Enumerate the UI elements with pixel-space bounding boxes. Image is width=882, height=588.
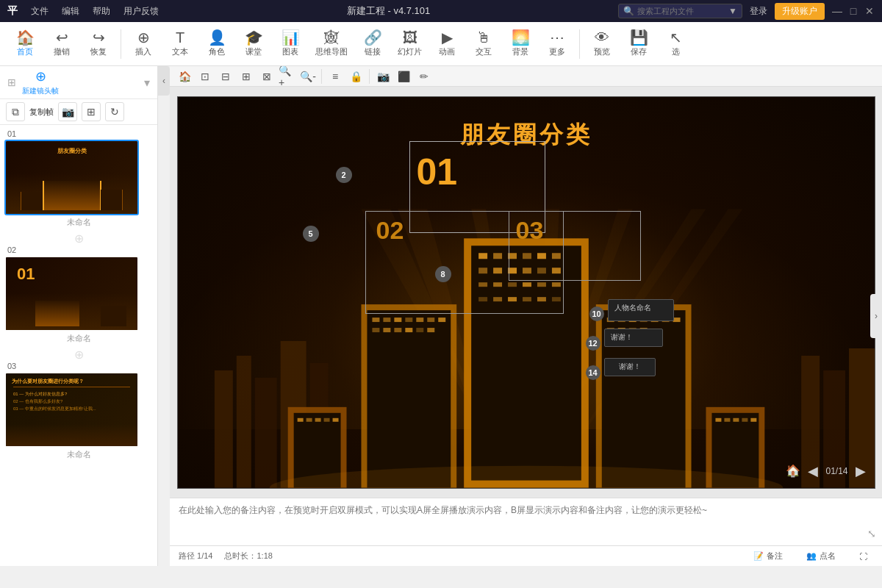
- canvas-prev-btn[interactable]: ◀: [808, 463, 818, 479]
- dot-roll-button[interactable]: 👥 点名: [800, 549, 842, 563]
- menu-file[interactable]: 文件: [31, 5, 49, 18]
- bg-label: 背景: [512, 46, 528, 57]
- minimize-button[interactable]: —: [832, 6, 842, 16]
- slide-number-1: 01: [4, 129, 153, 138]
- notes-area: ⤡: [170, 498, 882, 545]
- tool-chart[interactable]: 📊 图表: [273, 27, 308, 60]
- titlebar-menus: 平 文件 编辑 帮助 用户反馈: [7, 4, 159, 18]
- canvas-camera[interactable]: 📷: [374, 68, 392, 85]
- home-label: 首页: [17, 46, 33, 57]
- svg-rect-40: [551, 297, 560, 301]
- tool-text[interactable]: T 文本: [162, 27, 198, 60]
- svg-rect-23: [478, 268, 487, 273]
- character-icon: 👤: [208, 30, 226, 45]
- tool-classroom[interactable]: 🎓 课堂: [236, 27, 271, 60]
- upgrade-button[interactable]: 升级账户: [775, 3, 825, 20]
- tool-redo[interactable]: ↪ 恢复: [81, 27, 116, 60]
- canvas-tool-1[interactable]: ⊡: [196, 68, 214, 85]
- plus-gap-icon: ⊕: [74, 232, 84, 245]
- tool-more[interactable]: ⋯ 更多: [539, 27, 575, 60]
- canvas-home-icon[interactable]: 🏠: [176, 68, 193, 85]
- camera-button[interactable]: 📷: [58, 102, 77, 121]
- svg-rect-28: [551, 268, 560, 273]
- page-counter: 01/14: [825, 466, 847, 476]
- toolbar: 🏠 首页 ↩ 撤销 ↪ 恢复 ⊕ 插入 T 文本 👤 角色 🎓 课堂 📊 图表 …: [0, 22, 882, 66]
- node-14: 14: [586, 365, 600, 380]
- svg-rect-82: [750, 417, 756, 421]
- notes-expand-button[interactable]: ⤡: [867, 528, 876, 539]
- slide-thumbnail-2[interactable]: 01: [4, 256, 139, 331]
- grid-button[interactable]: ⊞: [82, 102, 101, 121]
- svg-rect-24: [493, 268, 502, 273]
- tool-interact[interactable]: 🖱 交互: [466, 27, 501, 60]
- fullscreen-button[interactable]: ⛶: [853, 551, 873, 562]
- tool-preview[interactable]: 👁 预览: [584, 27, 620, 60]
- plus-gap-icon-2: ⊕: [74, 348, 84, 362]
- notes-input[interactable]: [179, 504, 873, 539]
- more-label: 更多: [549, 46, 565, 57]
- slide-thumbnail-3[interactable]: 为什么要对朋友圈进行分类呢？ 01 — 为什么对好友信息多? 02 — 也有我那…: [4, 372, 139, 448]
- canvas-tool-3[interactable]: ⊞: [237, 68, 255, 85]
- tool-link[interactable]: 🔗 链接: [355, 27, 390, 60]
- tool-bg[interactable]: 🌅 背景: [503, 27, 538, 60]
- canvas-align[interactable]: ≡: [326, 68, 344, 85]
- titlebar: 平 文件 编辑 帮助 用户反馈 新建工程 - v4.7.101 🔍 ▼ 登录 升…: [0, 0, 882, 22]
- canvas-zoom-out[interactable]: 🔍-: [299, 68, 317, 85]
- tool-home[interactable]: 🏠 首页: [7, 27, 43, 60]
- svg-rect-42: [367, 310, 451, 487]
- canvas-tool-4[interactable]: ⊠: [258, 68, 276, 85]
- canvas-zoom-in[interactable]: 🔍+: [279, 68, 296, 85]
- tool-character[interactable]: 👤 角色: [199, 27, 234, 60]
- right-panel-collapse[interactable]: ›: [870, 294, 882, 338]
- canvas-wrapper[interactable]: 朋友圈分类 01 2 02 5 03 8 10 人物名命名: [170, 87, 882, 498]
- new-frame-button[interactable]: ⊕ 新建镜头帧: [22, 68, 59, 96]
- panel-collapse-button[interactable]: ‹: [158, 66, 170, 96]
- canvas-export[interactable]: ⬛: [395, 68, 412, 85]
- menu-edit[interactable]: 编辑: [62, 5, 79, 18]
- svg-rect-80: [733, 417, 739, 421]
- canvas-next-btn[interactable]: ▶: [856, 463, 866, 479]
- slide-thumbnail-1[interactable]: 朋友圈分类: [4, 140, 139, 215]
- save-icon: 💾: [630, 30, 648, 45]
- link-icon: 🔗: [364, 30, 382, 45]
- chart-label: 图表: [282, 46, 298, 57]
- notes-button[interactable]: 📝 备注: [747, 549, 789, 563]
- tool-insert[interactable]: ⊕ 插入: [126, 27, 161, 60]
- copy-frame-button[interactable]: ⧉: [6, 102, 25, 121]
- menu-help[interactable]: 帮助: [93, 5, 110, 18]
- close-button[interactable]: ✕: [864, 6, 875, 16]
- animation-icon: ▶: [442, 30, 453, 45]
- preview-icon: 👁: [595, 30, 609, 45]
- insert-icon: ⊕: [137, 30, 150, 45]
- svg-rect-17: [478, 253, 487, 259]
- duration-info: 总时长：1:18: [224, 551, 272, 562]
- tool-slide[interactable]: 🖼 幻灯片: [392, 27, 428, 60]
- search-box[interactable]: 🔍 ▼: [618, 4, 742, 18]
- tool-animation[interactable]: ▶ 动画: [429, 27, 465, 60]
- menu-feedback[interactable]: 用户反馈: [123, 5, 159, 18]
- canvas-lock[interactable]: 🔒: [347, 68, 365, 85]
- rotate-button[interactable]: ↻: [105, 102, 124, 121]
- login-button[interactable]: 登录: [750, 5, 767, 18]
- tool-mindmap[interactable]: 🕸 思维导图: [309, 27, 354, 60]
- number-02: 02: [376, 216, 404, 245]
- svg-rect-38: [523, 297, 531, 301]
- maximize-button[interactable]: □: [848, 6, 858, 16]
- tool-select[interactable]: ↖ 选: [658, 27, 693, 60]
- tool-undo[interactable]: ↩ 撤销: [44, 27, 79, 60]
- node-2: 2: [336, 167, 352, 183]
- mindmap-label: 思维导图: [315, 46, 348, 57]
- info-box-10: 人物名命名: [608, 299, 674, 321]
- number-01: 01: [417, 151, 458, 193]
- canvas-toolbar: 🏠 ⊡ ⊟ ⊞ ⊠ 🔍+ 🔍- ≡ 🔒 📷 ⬛ ✏: [170, 66, 882, 87]
- search-input[interactable]: [637, 7, 725, 15]
- panel-arrow-down[interactable]: ▾: [144, 76, 150, 90]
- select-label: 选: [672, 46, 680, 57]
- search-dropdown-icon[interactable]: ▼: [728, 6, 737, 16]
- tool-save[interactable]: 💾 保存: [621, 27, 656, 60]
- panel-top: ⊞ ⊕ 新建镜头帧 ▾: [0, 66, 157, 99]
- menu-logo[interactable]: 平: [7, 4, 18, 18]
- canvas-home-btn[interactable]: 🏠: [786, 464, 800, 478]
- canvas-tool-2[interactable]: ⊟: [217, 68, 234, 85]
- canvas-edit[interactable]: ✏: [415, 68, 433, 85]
